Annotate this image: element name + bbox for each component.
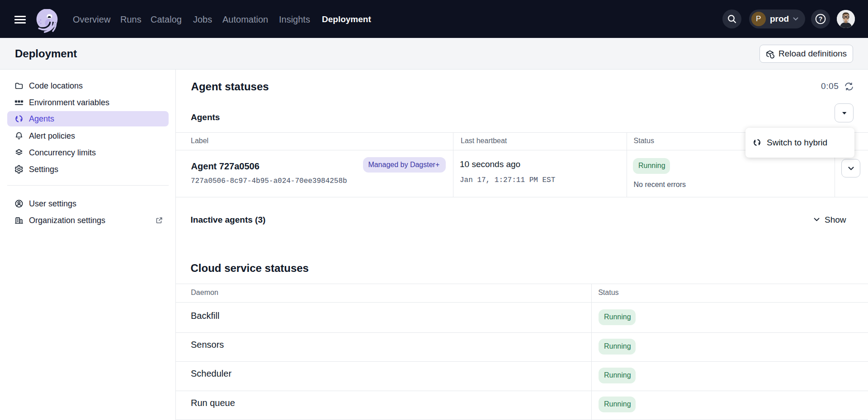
svg-text:?: ? <box>819 15 823 23</box>
